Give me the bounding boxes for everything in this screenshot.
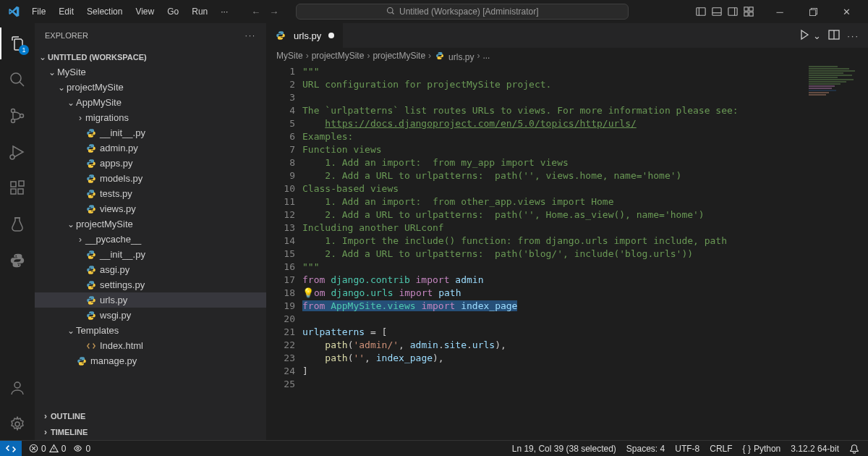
tree-folder[interactable]: ⌄projectMySite bbox=[35, 216, 266, 232]
tree-folder[interactable]: ⌄AppMySite bbox=[35, 95, 266, 110]
window-close-button[interactable]: ✕ bbox=[833, 2, 859, 21]
code-line[interactable]: 1. Add an import: from my_app import vie… bbox=[302, 156, 868, 169]
notifications-icon[interactable] bbox=[849, 444, 859, 454]
layout-panel-left-icon[interactable] bbox=[696, 7, 706, 17]
activity-explorer[interactable]: 1 bbox=[0, 28, 35, 59]
code-content[interactable]: """URL configuration for projectMySite p… bbox=[302, 64, 868, 440]
breadcrumb-item[interactable]: ... bbox=[482, 51, 490, 61]
tree-file[interactable]: asgi.py bbox=[35, 262, 266, 277]
menu-item-run[interactable]: Run bbox=[186, 4, 213, 20]
code-line[interactable]: 💡om django.urls import path bbox=[302, 287, 868, 300]
tree-file[interactable]: admin.py bbox=[35, 140, 266, 156]
breadcrumb-item[interactable]: urls.py bbox=[434, 50, 474, 62]
code-line[interactable] bbox=[302, 378, 868, 391]
code-line[interactable]: urlpatterns = [ bbox=[302, 326, 868, 339]
sidebar-more-icon[interactable]: ··· bbox=[245, 31, 256, 40]
code-line[interactable] bbox=[302, 313, 868, 326]
tree-file[interactable]: views.py bbox=[35, 201, 266, 216]
tree-file[interactable]: models.py bbox=[35, 171, 266, 186]
menu-item-edit[interactable]: Edit bbox=[53, 4, 80, 20]
code-line[interactable]: from AppMySite.views import index_page bbox=[302, 300, 868, 313]
python-interpreter[interactable]: 3.12.2 64-bit bbox=[791, 444, 839, 454]
code-line[interactable]: Function views bbox=[302, 143, 868, 156]
layout-panel-right-icon[interactable] bbox=[728, 7, 738, 17]
breadcrumb-item[interactable]: projectMySite bbox=[312, 51, 365, 61]
code-line[interactable]: from django.contrib import admin bbox=[302, 274, 868, 287]
tree-file[interactable]: Index.html bbox=[35, 338, 266, 353]
activity-python[interactable] bbox=[0, 245, 35, 276]
customize-layout-icon[interactable] bbox=[744, 7, 754, 17]
breadcrumb-item[interactable]: MySite bbox=[276, 51, 303, 61]
editor-body[interactable]: 1234567891011121314151617181920212223242… bbox=[266, 64, 868, 440]
code-line[interactable]: URL configuration for projectMySite proj… bbox=[302, 78, 868, 91]
code-line[interactable]: """ bbox=[302, 261, 868, 274]
indentation-status[interactable]: Spaces: 4 bbox=[626, 444, 665, 454]
outline-section[interactable]: › OUTLINE bbox=[35, 408, 266, 424]
tree-file[interactable]: tests.py bbox=[35, 186, 266, 201]
code-line[interactable]: https://docs.djangoproject.com/en/5.0/to… bbox=[302, 117, 868, 130]
ports-status[interactable]: 0 bbox=[73, 444, 90, 454]
code-line[interactable]: ] bbox=[302, 365, 868, 378]
tree-folder[interactable]: ⌄MySite bbox=[35, 64, 266, 80]
editor-more-icon[interactable]: ··· bbox=[847, 30, 859, 41]
code-line[interactable]: 2. Add a URL to urlpatterns: path('blog/… bbox=[302, 248, 868, 261]
encoding-status[interactable]: UTF-8 bbox=[675, 444, 699, 454]
code-line[interactable]: 2. Add a URL to urlpatterns: path('', vi… bbox=[302, 169, 868, 182]
run-split-chevron-icon[interactable]: ⌄ bbox=[813, 30, 821, 41]
tree-file[interactable]: __init__.py bbox=[35, 125, 266, 140]
tree-file[interactable]: apps.py bbox=[35, 156, 266, 171]
nav-forward-icon[interactable]: → bbox=[269, 7, 278, 17]
menu-item-file[interactable]: File bbox=[26, 4, 51, 20]
tree-file[interactable]: __init__.py bbox=[35, 247, 266, 262]
tree-file[interactable]: urls.py bbox=[35, 292, 266, 308]
breadcrumbs[interactable]: MySite›projectMySite›projectMySite›urls.… bbox=[266, 48, 868, 64]
code-line[interactable]: 2. Add a URL to urlpatterns: path('', Ho… bbox=[302, 208, 868, 221]
workspace-root[interactable]: ⌄ UNTITLED (WORKSPACE) bbox=[35, 49, 266, 64]
timeline-section[interactable]: › TIMELINE bbox=[35, 424, 266, 440]
layout-panel-bottom-icon[interactable] bbox=[712, 7, 722, 17]
problems-status[interactable]: 0 0 bbox=[29, 444, 66, 454]
minimap[interactable] bbox=[809, 65, 867, 116]
tree-folder[interactable]: ⌄projectMySite bbox=[35, 80, 266, 95]
tree-folder[interactable]: ⌄Templates bbox=[35, 323, 266, 338]
nav-back-icon[interactable]: ← bbox=[251, 7, 260, 17]
window-minimize-button[interactable]: ─ bbox=[767, 2, 793, 21]
code-line[interactable]: path('admin/', admin.site.urls), bbox=[302, 339, 868, 352]
code-line[interactable]: """ bbox=[302, 65, 868, 78]
window-maximize-button[interactable] bbox=[800, 2, 826, 21]
menu-item-go[interactable]: Go bbox=[161, 4, 184, 20]
code-line[interactable]: 1. Import the include() function: from d… bbox=[302, 235, 868, 248]
command-center[interactable]: Untitled (Workspace) [Administrator] bbox=[296, 4, 629, 20]
tree-folder[interactable]: ›__pycache__ bbox=[35, 232, 266, 247]
eol-status[interactable]: CRLF bbox=[710, 444, 732, 454]
activity-extensions[interactable] bbox=[0, 172, 35, 204]
cursor-position[interactable]: Ln 19, Col 39 (38 selected) bbox=[512, 444, 616, 454]
activity-search[interactable] bbox=[0, 64, 35, 96]
code-line[interactable]: The `urlpatterns` list routes URLs to vi… bbox=[302, 104, 868, 117]
code-line[interactable]: path('', index_page), bbox=[302, 352, 868, 365]
activity-source-control[interactable] bbox=[0, 100, 35, 132]
editor-tab[interactable]: urls.py bbox=[266, 23, 344, 48]
tree-file[interactable]: settings.py bbox=[35, 277, 266, 292]
svg-rect-15 bbox=[11, 182, 16, 187]
tree-folder[interactable]: ›migrations bbox=[35, 110, 266, 125]
breadcrumb-item[interactable]: projectMySite bbox=[373, 51, 425, 61]
tree-file[interactable]: manage.py bbox=[35, 353, 266, 368]
code-line[interactable]: Including another URLconf bbox=[302, 221, 868, 235]
language-mode[interactable]: { } Python bbox=[743, 444, 781, 454]
split-editor-icon[interactable] bbox=[828, 29, 840, 43]
code-line[interactable]: 1. Add an import: from other_app.views i… bbox=[302, 195, 868, 208]
activity-settings[interactable] bbox=[0, 408, 35, 440]
menu-item-selection[interactable]: Selection bbox=[81, 4, 128, 20]
code-line[interactable]: Class-based views bbox=[302, 182, 868, 195]
menu-item-···[interactable]: ··· bbox=[215, 4, 234, 20]
code-line[interactable] bbox=[302, 91, 868, 104]
activity-accounts[interactable] bbox=[0, 372, 35, 404]
activity-testing[interactable] bbox=[0, 208, 35, 240]
activity-run-debug[interactable] bbox=[0, 136, 35, 168]
remote-button[interactable] bbox=[0, 441, 22, 457]
run-icon[interactable] bbox=[799, 29, 810, 43]
code-line[interactable]: Examples: bbox=[302, 130, 868, 143]
menu-item-view[interactable]: View bbox=[129, 4, 160, 20]
tree-file[interactable]: wsgi.py bbox=[35, 308, 266, 323]
